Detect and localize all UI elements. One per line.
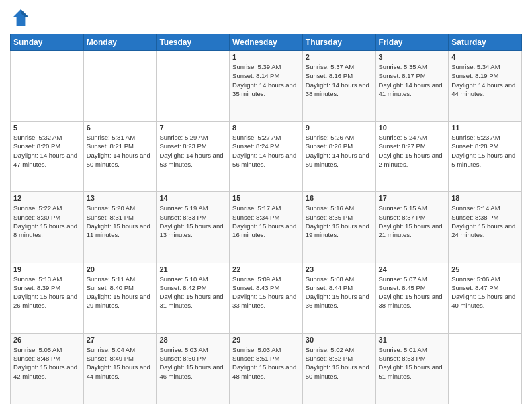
table-row: 29Sunrise: 5:03 AMSunset: 8:51 PMDayligh… — [230, 333, 303, 404]
day-number: 8 — [232, 124, 300, 132]
table-row: 14Sunrise: 5:19 AMSunset: 8:33 PMDayligh… — [157, 192, 230, 263]
table-row — [11, 51, 84, 122]
day-number: 5 — [13, 124, 81, 132]
week-row-3: 12Sunrise: 5:22 AMSunset: 8:30 PMDayligh… — [11, 192, 522, 263]
day-number: 13 — [87, 194, 154, 202]
week-row-5: 26Sunrise: 5:05 AMSunset: 8:48 PMDayligh… — [11, 333, 522, 404]
logo-icon — [10, 7, 32, 28]
cell-content: Sunrise: 5:05 AMSunset: 8:48 PMDaylight:… — [13, 345, 81, 381]
table-row: 20Sunrise: 5:11 AMSunset: 8:40 PMDayligh… — [83, 263, 157, 333]
cell-content: Sunrise: 5:09 AMSunset: 8:43 PMDaylight:… — [232, 275, 300, 310]
day-number: 16 — [306, 194, 373, 202]
day-number: 7 — [159, 124, 226, 132]
col-wednesday: Wednesday — [230, 34, 303, 51]
day-number: 11 — [451, 124, 519, 132]
table-row: 5Sunrise: 5:32 AMSunset: 8:20 PMDaylight… — [11, 122, 84, 192]
table-row: 1Sunrise: 5:39 AMSunset: 8:14 PMDaylight… — [230, 51, 303, 122]
table-row: 23Sunrise: 5:08 AMSunset: 8:44 PMDayligh… — [302, 263, 375, 333]
table-row: 10Sunrise: 5:24 AMSunset: 8:27 PMDayligh… — [375, 122, 449, 192]
table-row: 13Sunrise: 5:20 AMSunset: 8:31 PMDayligh… — [83, 192, 157, 263]
day-number: 3 — [379, 53, 446, 61]
day-number: 31 — [379, 336, 446, 344]
cell-content: Sunrise: 5:24 AMSunset: 8:27 PMDaylight:… — [379, 133, 446, 169]
table-row: 22Sunrise: 5:09 AMSunset: 8:43 PMDayligh… — [230, 263, 303, 333]
cell-content: Sunrise: 5:15 AMSunset: 8:37 PMDaylight:… — [379, 203, 446, 239]
table-row: 16Sunrise: 5:16 AMSunset: 8:35 PMDayligh… — [302, 192, 375, 263]
table-row: 24Sunrise: 5:07 AMSunset: 8:45 PMDayligh… — [375, 263, 449, 333]
logo — [10, 7, 34, 28]
table-row: 7Sunrise: 5:29 AMSunset: 8:23 PMDaylight… — [157, 122, 230, 192]
table-row: 6Sunrise: 5:31 AMSunset: 8:21 PMDaylight… — [83, 122, 157, 192]
cell-content: Sunrise: 5:08 AMSunset: 8:44 PMDaylight:… — [306, 275, 373, 310]
table-row: 2Sunrise: 5:37 AMSunset: 8:16 PMDaylight… — [302, 51, 375, 122]
col-tuesday: Tuesday — [157, 34, 230, 51]
cell-content: Sunrise: 5:16 AMSunset: 8:35 PMDaylight:… — [306, 203, 373, 239]
cell-content: Sunrise: 5:19 AMSunset: 8:33 PMDaylight:… — [159, 203, 226, 239]
col-sunday: Sunday — [11, 34, 84, 51]
day-number: 27 — [87, 336, 154, 344]
cell-content: Sunrise: 5:02 AMSunset: 8:52 PMDaylight:… — [306, 345, 373, 381]
cell-content: Sunrise: 5:10 AMSunset: 8:42 PMDaylight:… — [159, 275, 226, 310]
table-row: 30Sunrise: 5:02 AMSunset: 8:52 PMDayligh… — [302, 333, 375, 404]
day-number: 17 — [379, 194, 446, 202]
header-row: Sunday Monday Tuesday Wednesday Thursday… — [11, 34, 522, 51]
day-number: 9 — [306, 124, 373, 132]
col-monday: Monday — [83, 34, 157, 51]
table-row: 8Sunrise: 5:27 AMSunset: 8:24 PMDaylight… — [230, 122, 303, 192]
cell-content: Sunrise: 5:01 AMSunset: 8:53 PMDaylight:… — [379, 345, 446, 381]
table-row: 9Sunrise: 5:26 AMSunset: 8:26 PMDaylight… — [302, 122, 375, 192]
week-row-2: 5Sunrise: 5:32 AMSunset: 8:20 PMDaylight… — [11, 122, 522, 192]
cell-content: Sunrise: 5:03 AMSunset: 8:51 PMDaylight:… — [232, 345, 300, 381]
cell-content: Sunrise: 5:13 AMSunset: 8:39 PMDaylight:… — [13, 275, 81, 310]
cell-content: Sunrise: 5:34 AMSunset: 8:19 PMDaylight:… — [451, 62, 519, 98]
table-row: 31Sunrise: 5:01 AMSunset: 8:53 PMDayligh… — [375, 333, 449, 404]
calendar-table: Sunday Monday Tuesday Wednesday Thursday… — [10, 34, 522, 404]
day-number: 2 — [306, 53, 373, 61]
cell-content: Sunrise: 5:31 AMSunset: 8:21 PMDaylight:… — [87, 133, 154, 169]
table-row: 4Sunrise: 5:34 AMSunset: 8:19 PMDaylight… — [449, 51, 522, 122]
day-number: 29 — [232, 336, 300, 344]
table-row — [157, 51, 230, 122]
day-number: 25 — [451, 265, 519, 273]
day-number: 1 — [232, 53, 300, 61]
cell-content: Sunrise: 5:07 AMSunset: 8:45 PMDaylight:… — [379, 275, 446, 310]
day-number: 26 — [13, 336, 81, 344]
cell-content: Sunrise: 5:22 AMSunset: 8:30 PMDaylight:… — [13, 203, 81, 239]
week-row-4: 19Sunrise: 5:13 AMSunset: 8:39 PMDayligh… — [11, 263, 522, 333]
day-number: 21 — [159, 265, 226, 273]
table-row: 19Sunrise: 5:13 AMSunset: 8:39 PMDayligh… — [11, 263, 84, 333]
table-row: 15Sunrise: 5:17 AMSunset: 8:34 PMDayligh… — [230, 192, 303, 263]
table-row: 28Sunrise: 5:03 AMSunset: 8:50 PMDayligh… — [157, 333, 230, 404]
table-row: 3Sunrise: 5:35 AMSunset: 8:17 PMDaylight… — [375, 51, 449, 122]
table-row: 11Sunrise: 5:23 AMSunset: 8:28 PMDayligh… — [449, 122, 522, 192]
table-row: 21Sunrise: 5:10 AMSunset: 8:42 PMDayligh… — [157, 263, 230, 333]
header — [10, 7, 522, 28]
cell-content: Sunrise: 5:04 AMSunset: 8:49 PMDaylight:… — [87, 345, 154, 381]
cell-content: Sunrise: 5:35 AMSunset: 8:17 PMDaylight:… — [379, 62, 446, 98]
col-saturday: Saturday — [449, 34, 522, 51]
cell-content: Sunrise: 5:17 AMSunset: 8:34 PMDaylight:… — [232, 203, 300, 239]
cell-content: Sunrise: 5:20 AMSunset: 8:31 PMDaylight:… — [87, 203, 154, 239]
cell-content: Sunrise: 5:26 AMSunset: 8:26 PMDaylight:… — [306, 133, 373, 169]
col-friday: Friday — [375, 34, 449, 51]
day-number: 20 — [87, 265, 154, 273]
table-row: 17Sunrise: 5:15 AMSunset: 8:37 PMDayligh… — [375, 192, 449, 263]
cell-content: Sunrise: 5:29 AMSunset: 8:23 PMDaylight:… — [159, 133, 226, 169]
cell-content: Sunrise: 5:39 AMSunset: 8:14 PMDaylight:… — [232, 62, 300, 98]
table-row: 26Sunrise: 5:05 AMSunset: 8:48 PMDayligh… — [11, 333, 84, 404]
cell-content: Sunrise: 5:32 AMSunset: 8:20 PMDaylight:… — [13, 133, 81, 169]
cell-content: Sunrise: 5:27 AMSunset: 8:24 PMDaylight:… — [232, 133, 300, 169]
calendar-page: Sunday Monday Tuesday Wednesday Thursday… — [0, 0, 532, 411]
day-number: 18 — [451, 194, 519, 202]
day-number: 12 — [13, 194, 81, 202]
table-row: 12Sunrise: 5:22 AMSunset: 8:30 PMDayligh… — [11, 192, 84, 263]
cell-content: Sunrise: 5:11 AMSunset: 8:40 PMDaylight:… — [87, 275, 154, 310]
cell-content: Sunrise: 5:14 AMSunset: 8:38 PMDaylight:… — [451, 203, 519, 239]
week-row-1: 1Sunrise: 5:39 AMSunset: 8:14 PMDaylight… — [11, 51, 522, 122]
day-number: 14 — [159, 194, 226, 202]
table-row — [83, 51, 157, 122]
day-number: 23 — [306, 265, 373, 273]
cell-content: Sunrise: 5:23 AMSunset: 8:28 PMDaylight:… — [451, 133, 519, 169]
cell-content: Sunrise: 5:03 AMSunset: 8:50 PMDaylight:… — [159, 345, 226, 381]
cell-content: Sunrise: 5:37 AMSunset: 8:16 PMDaylight:… — [306, 62, 373, 98]
